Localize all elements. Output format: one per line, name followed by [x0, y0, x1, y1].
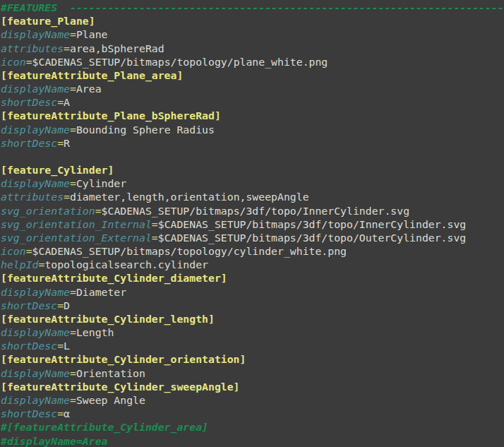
value-token: area,bSphereRad — [70, 42, 164, 54]
value-token: Diameter — [76, 286, 126, 298]
key-token: displayName — [1, 124, 70, 136]
comment-text: #[featureAttribute_Cylinder_area] — [1, 421, 208, 433]
value-token: L — [64, 340, 70, 352]
code-line[interactable]: attributes=area,bSphereRad — [1, 42, 504, 55]
code-line[interactable]: icon=$CADENAS_SETUP/bitmaps/topology/cyl… — [1, 244, 504, 258]
code-line[interactable]: [featureAttribute_Cylinder_length] — [1, 312, 504, 326]
equals-token: = — [70, 83, 76, 95]
key-token: displayName — [1, 28, 70, 40]
key-token: shortDesc — [1, 407, 57, 419]
code-line[interactable]: displayName=Sweep Angle — [1, 393, 504, 407]
code-line[interactable]: displayName=Cylinder — [1, 177, 504, 190]
code-line[interactable]: [feature_Cylinder] — [1, 163, 504, 177]
code-line[interactable]: displayName=Orientation — [1, 366, 504, 380]
value-token: Plane — [76, 28, 108, 40]
section-header: [feature_Plane] — [1, 15, 95, 27]
section-header: [featureAttribute_Cylinder_diameter] — [1, 272, 227, 284]
equals-token: = — [70, 124, 76, 136]
key-token: shortDesc — [1, 137, 57, 149]
code-line[interactable]: [feature_Plane] — [1, 14, 504, 28]
section-header: [feature_Cylinder] — [1, 164, 114, 176]
key-token: displayName — [1, 83, 70, 95]
value-token: Cylinder — [76, 177, 126, 189]
value-token: Length — [76, 326, 114, 338]
equals-token: = — [64, 191, 70, 203]
key-token: displayName — [1, 367, 70, 379]
code-line[interactable]: displayName=Area — [1, 82, 504, 95]
key-token: displayName — [1, 177, 70, 189]
code-line[interactable]: displayName=Length — [1, 326, 504, 339]
value-token: A — [64, 96, 70, 108]
code-line[interactable]: icon=$CADENAS_SETUP/bitmaps/topology/pla… — [1, 55, 504, 68]
value-token: α — [64, 407, 70, 419]
equals-token: = — [70, 28, 76, 40]
code-line[interactable]: [featureAttribute_Cylinder_diameter] — [1, 271, 504, 285]
value-token: $CADENAS_SETUP/bitmaps/topology/plane_wh… — [32, 56, 328, 68]
code-line[interactable]: #displayName=Area — [1, 434, 504, 447]
code-line[interactable]: #FEATURES ------------------------------… — [1, 1, 504, 14]
value-token: $CADENAS_SETUP/bitmaps/3df/topo/InnerCyl… — [158, 218, 467, 230]
code-line[interactable]: svg_orientation_Internal=$CADENAS_SETUP/… — [1, 217, 504, 231]
code-line[interactable]: shortDesc=α — [1, 407, 504, 420]
value-token: $CADENAS_SETUP/bitmaps/topology/cylinder… — [32, 245, 347, 257]
code-line[interactable]: shortDesc=A — [1, 95, 504, 109]
comment-text: #FEATURES ------------------------------… — [1, 1, 504, 13]
key-token: displayName — [1, 326, 70, 338]
key-token: attributes — [1, 191, 64, 203]
code-line[interactable] — [1, 150, 504, 163]
value-token: Orientation — [76, 367, 145, 379]
equals-token: = — [70, 367, 76, 379]
key-token: shortDesc — [1, 340, 57, 352]
value-token: diameter,length,orientation,sweepAngle — [70, 191, 309, 203]
value-token: $CADENAS_SETUP/bitmaps/3df/topo/OuterCyl… — [158, 232, 467, 244]
code-line[interactable]: [featureAttribute_Plane_area] — [1, 68, 504, 82]
section-header: [featureAttribute_Cylinder_orientation] — [1, 353, 246, 365]
equals-token: = — [57, 407, 64, 419]
equals-token: = — [57, 340, 64, 352]
equals-token: = — [70, 177, 76, 189]
key-token: helpId — [1, 258, 38, 270]
section-header: [featureAttribute_Plane_bSphereRad] — [1, 109, 221, 121]
value-token: R — [64, 137, 70, 149]
key-token: shortDesc — [1, 96, 57, 108]
key-token: svg_orientation — [1, 205, 95, 217]
editor-window: { "editor": { "background": "#3b3b3b", "… — [0, 0, 504, 447]
value-token: D — [64, 299, 70, 311]
value-token: $CADENAS_SETUP/bitmaps/3df/topo/InnerCyl… — [102, 205, 410, 217]
section-header: [featureAttribute_Cylinder_sweepAngle] — [1, 381, 240, 393]
code-line[interactable]: shortDesc=R — [1, 136, 504, 150]
code-line[interactable]: svg_orientation=$CADENAS_SETUP/bitmaps/3… — [1, 204, 504, 217]
code-line[interactable]: #[featureAttribute_Cylinder_area] — [1, 420, 504, 434]
key-token: shortDesc — [1, 299, 57, 311]
equals-token: = — [57, 96, 64, 108]
equals-token: = — [26, 245, 32, 257]
code-line[interactable]: displayName=Diameter — [1, 285, 504, 299]
code-line[interactable]: attributes=diameter,length,orientation,s… — [1, 190, 504, 203]
code-line[interactable]: shortDesc=D — [1, 299, 504, 312]
code-line[interactable]: displayName=Bounding Sphere Radius — [1, 123, 504, 136]
section-header: [featureAttribute_Plane_area] — [1, 69, 183, 81]
code-line[interactable]: svg_orientation_External=$CADENAS_SETUP/… — [1, 231, 504, 244]
equals-token: = — [95, 205, 102, 217]
code-line[interactable]: displayName=Plane — [1, 28, 504, 41]
equals-token: = — [70, 326, 76, 338]
value-token: Sweep Angle — [76, 394, 145, 406]
value-token: Area — [76, 83, 102, 95]
code-line[interactable]: shortDesc=L — [1, 339, 504, 352]
code-line[interactable]: [featureAttribute_Cylinder_sweepAngle] — [1, 380, 504, 393]
equals-token: = — [70, 286, 76, 298]
equals-token: = — [26, 56, 32, 68]
key-token: displayName — [1, 394, 70, 406]
code-line[interactable]: [featureAttribute_Cylinder_orientation] — [1, 352, 504, 366]
editor-area[interactable]: #FEATURES ------------------------------… — [0, 0, 504, 447]
code-line[interactable]: [featureAttribute_Plane_bSphereRad] — [1, 109, 504, 122]
code-line[interactable]: helpId=topologicalsearch.cylinder — [1, 258, 504, 271]
key-token: attributes — [1, 42, 64, 54]
equals-token: = — [57, 299, 64, 311]
key-token: icon — [1, 56, 26, 68]
value-token: Bounding Sphere Radius — [76, 124, 215, 136]
equals-token: = — [152, 232, 158, 244]
value-token: topologicalsearch.cylinder — [44, 258, 208, 270]
equals-token: = — [64, 42, 70, 54]
key-token: displayName — [1, 286, 70, 298]
